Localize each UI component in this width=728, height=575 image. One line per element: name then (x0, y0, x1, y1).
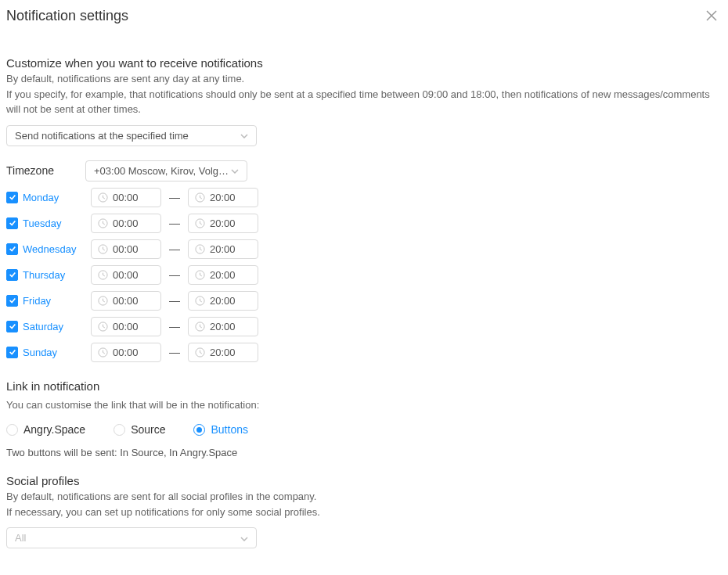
radio-circle-icon (6, 424, 18, 436)
time-range-dash: — (168, 320, 182, 332)
radio-label: Buttons (211, 423, 247, 436)
day-checkbox-saturday[interactable] (6, 321, 18, 332)
time-to-value: 20:00 (210, 192, 236, 203)
time-from-value: 00:00 (113, 217, 139, 229)
time-to-input[interactable]: 20:00 (188, 214, 258, 233)
customize-heading: Customize when you want to receive notif… (6, 56, 722, 70)
close-icon[interactable] (701, 8, 722, 25)
time-range-dash: — (168, 191, 182, 203)
radio-buttons[interactable]: Buttons (193, 423, 247, 436)
customize-desc-1: By default, notifications are sent any d… (6, 71, 722, 87)
social-profiles-select[interactable]: All (6, 527, 257, 548)
radio-circle-icon (193, 424, 205, 436)
time-range-dash: — (168, 217, 182, 229)
time-from-value: 00:00 (113, 321, 139, 332)
time-from-value: 00:00 (113, 243, 139, 255)
time-to-input[interactable]: 20:00 (188, 291, 258, 311)
day-checkbox-monday[interactable] (6, 192, 18, 203)
social-section: Social profiles By default, notification… (6, 474, 722, 548)
social-desc-1: By default, notifications are sent for a… (6, 489, 722, 505)
day-checkbox-wednesday[interactable] (6, 243, 18, 255)
radio-label: Source (131, 423, 165, 436)
timezone-row: Timezone +03:00 Moscow, Kirov, Volgogr (6, 160, 722, 181)
day-row-tuesday: Tuesday00:00—20:00 (6, 214, 722, 233)
time-to-input[interactable]: 20:00 (188, 188, 258, 207)
day-checkbox-tuesday[interactable] (6, 217, 18, 229)
time-from-input[interactable]: 00:00 (91, 317, 161, 336)
time-from-input[interactable]: 00:00 (91, 239, 161, 259)
timezone-select[interactable]: +03:00 Moscow, Kirov, Volgogr (85, 160, 247, 181)
day-label[interactable]: Saturday (23, 321, 63, 332)
page-title: Notification settings (6, 8, 128, 24)
time-from-input[interactable]: 00:00 (91, 265, 161, 285)
time-from-value: 00:00 (113, 269, 139, 281)
day-row-thursday: Thursday00:00—20:00 (6, 265, 722, 285)
time-to-input[interactable]: 20:00 (188, 239, 258, 259)
chevron-down-icon (240, 131, 248, 140)
link-desc: You can customise the link that will be … (6, 397, 722, 413)
social-profiles-value: All (15, 532, 26, 544)
time-to-value: 20:00 (210, 269, 236, 281)
time-from-value: 00:00 (113, 295, 139, 307)
time-range-dash: — (168, 243, 182, 255)
radio-label: Angry.Space (23, 423, 85, 436)
day-label[interactable]: Monday (23, 192, 59, 203)
chevron-down-icon (240, 534, 248, 543)
day-label[interactable]: Sunday (23, 347, 57, 358)
link-heading: Link in notification (6, 379, 722, 393)
day-label[interactable]: Tuesday (23, 217, 61, 229)
day-label[interactable]: Friday (23, 295, 51, 307)
time-to-input[interactable]: 20:00 (188, 343, 258, 362)
radio-angryspace[interactable]: Angry.Space (6, 423, 85, 436)
social-desc-2: If necessary, you can set up notificatio… (6, 505, 722, 520)
day-checkbox-thursday[interactable] (6, 269, 18, 281)
chevron-down-icon (231, 166, 239, 175)
time-range-dash: — (168, 346, 182, 358)
time-from-input[interactable]: 00:00 (91, 214, 161, 233)
radio-circle-icon (114, 424, 125, 436)
time-from-input[interactable]: 00:00 (91, 188, 161, 207)
social-heading: Social profiles (6, 474, 722, 487)
link-section: Link in notification You can customise t… (6, 379, 722, 459)
time-range-dash: — (168, 268, 182, 281)
link-hint: Two buttons will be sent: In Source, In … (6, 447, 722, 458)
timezone-label: Timezone (6, 164, 73, 177)
time-to-value: 20:00 (210, 321, 236, 332)
time-to-input[interactable]: 20:00 (188, 265, 258, 285)
time-to-value: 20:00 (210, 295, 236, 307)
timezone-value: +03:00 Moscow, Kirov, Volgogr (94, 165, 231, 177)
day-row-saturday: Saturday00:00—20:00 (6, 317, 722, 336)
radio-source[interactable]: Source (114, 423, 165, 436)
day-row-wednesday: Wednesday00:00—20:00 (6, 239, 722, 259)
day-row-sunday: Sunday00:00—20:00 (6, 343, 722, 362)
day-label[interactable]: Thursday (23, 269, 65, 281)
time-to-value: 20:00 (210, 347, 236, 358)
time-range-dash: — (168, 294, 182, 307)
time-to-value: 20:00 (210, 243, 236, 255)
notification-mode-select[interactable]: Send notifications at the specified time (6, 125, 257, 146)
customize-section: Customize when you want to receive notif… (6, 56, 722, 146)
time-from-input[interactable]: 00:00 (91, 343, 161, 362)
time-from-value: 00:00 (113, 347, 139, 358)
day-checkbox-sunday[interactable] (6, 347, 18, 358)
day-row-monday: Monday00:00—20:00 (6, 188, 722, 207)
day-checkbox-friday[interactable] (6, 295, 18, 307)
day-label[interactable]: Wednesday (23, 243, 76, 255)
time-from-value: 00:00 (113, 192, 139, 203)
customize-desc-2: If you specify, for example, that notifi… (6, 87, 722, 117)
time-to-input[interactable]: 20:00 (188, 317, 258, 336)
day-row-friday: Friday00:00—20:00 (6, 291, 722, 311)
time-from-input[interactable]: 00:00 (91, 291, 161, 311)
notification-mode-value: Send notifications at the specified time (15, 130, 189, 142)
time-to-value: 20:00 (210, 217, 236, 229)
